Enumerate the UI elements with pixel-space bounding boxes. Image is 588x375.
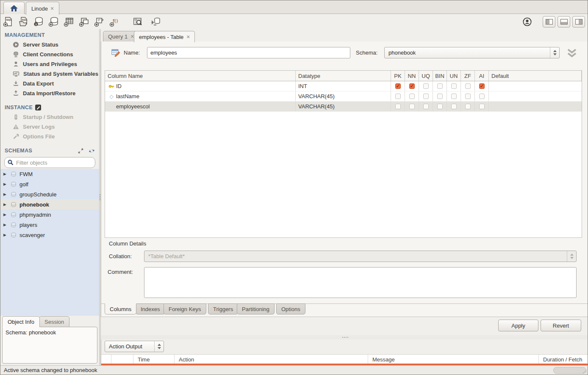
schema-inspector-button[interactable]: i <box>31 15 46 28</box>
sidebar-item-users-privileges[interactable]: Users and Privileges <box>0 59 99 69</box>
schema-item-fwm[interactable]: ▶ FWM <box>0 169 99 179</box>
expand-caret-icon[interactable]: ▶ <box>3 212 8 217</box>
header-action[interactable]: Action <box>175 355 368 364</box>
sidebar-item-data-export[interactable]: Data Export <box>0 79 99 88</box>
expand-caret-icon[interactable]: ▶ <box>3 192 8 196</box>
column-default[interactable] <box>489 102 582 111</box>
tab-options[interactable]: Options <box>276 303 305 314</box>
connection-tab[interactable]: Linode × <box>26 2 59 15</box>
schema-select[interactable]: phonebook <box>384 47 560 58</box>
user-status-button[interactable] <box>519 15 535 28</box>
sidebar-item-client-connections[interactable]: Client Connections <box>0 50 99 59</box>
create-table-button[interactable] <box>61 15 77 28</box>
collapse-header-icon[interactable] <box>566 48 578 58</box>
schema-item-groupschedule[interactable]: ▶ groupSchedule <box>0 189 99 199</box>
nn-checkbox[interactable] <box>409 83 415 89</box>
create-function-button[interactable]: ƒ() <box>107 15 122 28</box>
tab-partitioning[interactable]: Partitioning <box>237 303 275 314</box>
toggle-bottom-panel-button[interactable] <box>557 16 570 28</box>
zf-checkbox[interactable] <box>465 104 471 109</box>
comment-textarea[interactable] <box>144 267 577 298</box>
header-pk[interactable]: PK <box>391 71 405 81</box>
toggle-left-panel-button[interactable] <box>543 16 555 28</box>
bin-checkbox[interactable] <box>437 83 443 89</box>
schema-item-phonebook[interactable]: ▶ phonebook <box>0 199 99 210</box>
bin-checkbox[interactable] <box>437 104 443 109</box>
new-sql-tab-button[interactable]: SQL <box>0 15 16 28</box>
un-checkbox[interactable] <box>451 104 457 109</box>
sidebar-item-server-status[interactable]: Server Status <box>0 40 99 50</box>
expand-caret-icon[interactable]: ▶ <box>3 202 8 207</box>
header-message[interactable]: Message <box>368 355 539 364</box>
create-view-button[interactable] <box>77 15 92 28</box>
expand-caret-icon[interactable]: ▶ <box>3 172 8 176</box>
ai-checkbox[interactable] <box>479 104 485 109</box>
tab-triggers[interactable]: Triggers <box>208 303 238 314</box>
tab-employees-table[interactable]: employees - Table × <box>134 31 195 42</box>
schema-item-phpmyadmin[interactable]: ▶ phpmyadmin <box>0 210 99 220</box>
ai-checkbox[interactable] <box>479 83 485 89</box>
reconnect-dbms-button[interactable] <box>148 15 163 28</box>
close-icon[interactable]: × <box>50 6 54 11</box>
column-default[interactable] <box>489 81 582 91</box>
uq-checkbox[interactable] <box>423 83 429 89</box>
pk-checkbox[interactable] <box>395 104 401 109</box>
expand-schemas-icon[interactable] <box>78 148 83 154</box>
schema-item-players[interactable]: ▶ players <box>0 220 99 230</box>
horizontal-splitter[interactable] <box>101 335 588 339</box>
ai-checkbox[interactable] <box>479 94 485 99</box>
tab-columns[interactable]: Columns <box>105 303 136 314</box>
sidebar-item-data-import[interactable]: Data Import/Restore <box>0 88 99 98</box>
create-schema-button[interactable] <box>46 15 61 28</box>
schema-item-golf[interactable]: ▶ golf <box>0 179 99 189</box>
create-procedure-button[interactable] <box>92 15 107 28</box>
output-type-select[interactable]: Action Output <box>105 341 164 352</box>
open-sql-file-button[interactable]: SQL <box>16 15 31 28</box>
schema-item-scavenger[interactable]: ▶ scavenger <box>0 230 99 240</box>
tab-foreign-keys[interactable]: Foreign Keys <box>164 303 206 314</box>
zf-checkbox[interactable] <box>465 83 471 89</box>
header-ai[interactable]: AI <box>475 71 489 81</box>
sidebar-item-options-file[interactable]: Options File <box>0 132 99 141</box>
tab-session[interactable]: Session <box>39 316 69 327</box>
expand-caret-icon[interactable]: ▶ <box>3 182 8 186</box>
header-nn[interactable]: NN <box>405 71 419 81</box>
home-tab[interactable] <box>3 2 25 14</box>
uq-checkbox[interactable] <box>423 94 429 99</box>
pk-checkbox[interactable] <box>395 83 401 89</box>
header-datatype[interactable]: Datatype <box>296 71 391 81</box>
expand-caret-icon[interactable]: ▶ <box>3 223 8 227</box>
expand-caret-icon[interactable]: ▶ <box>3 233 8 237</box>
schema-filter-input[interactable] <box>16 160 92 166</box>
pk-checkbox[interactable] <box>395 94 401 99</box>
spinner-icon[interactable] <box>550 47 559 58</box>
header-bin[interactable]: BIN <box>433 71 447 81</box>
header-uq[interactable]: UQ <box>419 71 433 81</box>
toggle-right-panel-button[interactable] <box>572 16 585 28</box>
horizontal-scrollbar-thumb[interactable] <box>553 367 586 374</box>
nn-checkbox[interactable] <box>409 94 415 99</box>
column-default[interactable] <box>489 91 582 101</box>
header-un[interactable]: UN <box>447 71 461 81</box>
uq-checkbox[interactable] <box>423 104 429 109</box>
nn-checkbox[interactable] <box>409 104 415 109</box>
un-checkbox[interactable] <box>451 83 457 89</box>
table-name-input[interactable] <box>147 47 350 58</box>
header-zf[interactable]: ZF <box>461 71 475 81</box>
zf-checkbox[interactable] <box>465 94 471 99</box>
search-table-data-button[interactable] <box>130 15 145 28</box>
tab-object-info[interactable]: Object Info <box>2 316 40 327</box>
bin-checkbox[interactable] <box>437 94 443 99</box>
header-column-name[interactable]: Column Name <box>105 71 296 81</box>
header-duration-fetch[interactable]: Duration / Fetch <box>539 355 588 364</box>
column-row-id[interactable]: ID INT <box>105 81 582 91</box>
column-row-employeescol[interactable]: employeescol VARCHAR(45) <box>105 102 582 112</box>
tab-indexes[interactable]: Indexes <box>136 303 165 314</box>
revert-button[interactable]: Revert <box>541 320 581 331</box>
collation-select[interactable]: *Table Default* <box>144 251 577 262</box>
header-time[interactable]: Time <box>133 355 175 364</box>
header-default[interactable]: Default <box>489 71 582 81</box>
un-checkbox[interactable] <box>451 94 457 99</box>
sidebar-item-startup-shutdown[interactable]: Startup / Shutdown <box>0 112 99 122</box>
refresh-schemas-icon[interactable] <box>89 148 95 154</box>
